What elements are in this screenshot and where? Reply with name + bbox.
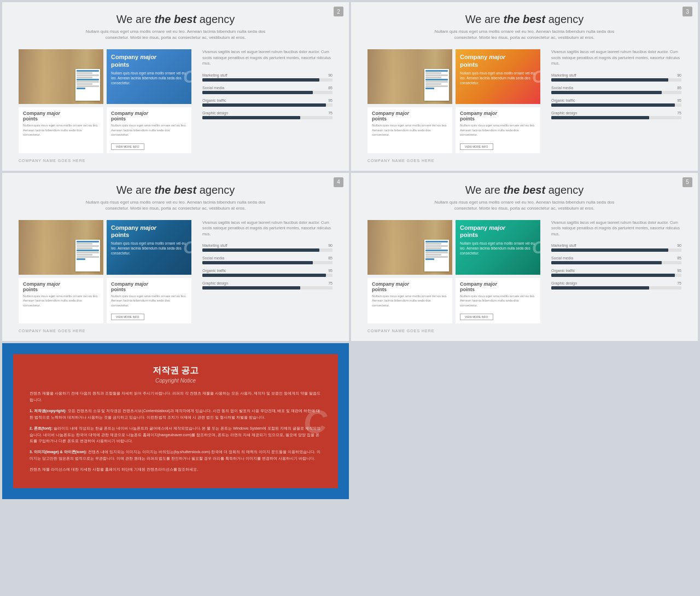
colored-card-body-1: Nullam quis risus eget uma mollis ornare… xyxy=(111,71,187,85)
doc-overlay-2 xyxy=(424,69,449,101)
bottom-card-4b: Company majorpoints Nullam quis risus eg… xyxy=(456,278,540,323)
bottom-card-text-1b: Nullam quis risus eget uma mollis ornare… xyxy=(111,123,187,137)
slide-header-1: We are the best agency Nullam quis risus… xyxy=(19,13,332,40)
bottom-card-text-2a: Nullam quis risus eget uma mollis ornare… xyxy=(372,123,448,137)
slide-subtitle-1: Nullam quis risus eget uma mollis ornare… xyxy=(83,28,269,40)
colored-card-3: Company majorpoints Nullam quis risus eg… xyxy=(107,220,191,275)
c-decoration-4: C xyxy=(532,237,540,257)
slide-header-4: We are the best agency Nullam quis risus… xyxy=(368,184,681,211)
colored-card-body-3: Nullam quis risus eget uma mollis ornare… xyxy=(111,241,187,256)
bottom-card-text-1a: Nullam quis risus eget uma mollis ornare… xyxy=(23,123,99,137)
view-more-btn-4b[interactable]: VIEW MORE INFO xyxy=(460,314,493,320)
bottom-card-3b: Company majorpoints Nullam quis risus eg… xyxy=(107,278,191,323)
stats-col-4: Vivamus sagittis lacus vel augue laoreet… xyxy=(547,220,681,294)
stat-row-3-3: Organic traffic95 xyxy=(202,269,332,277)
stat-row-2-2: Social media85 xyxy=(551,86,681,94)
slide-number-4: 5 xyxy=(682,177,692,187)
bottom-card-text-3a: Nullam quis risus eget uma mollis ornare… xyxy=(23,294,99,308)
slide-content-2: Company majorpoints Nullam quis risus eg… xyxy=(368,49,681,153)
bottom-card-2b: Company majorpoints Nullam quis risus eg… xyxy=(456,107,540,153)
bottom-card-3a: Company majorpoints Nullam quis risus eg… xyxy=(19,278,103,323)
company-footer-2: COMPANY NAME GOES HERE xyxy=(368,159,681,163)
c-decoration-1: C xyxy=(183,67,191,87)
colored-card-4: Company majorpoints Nullam quis risus eg… xyxy=(456,220,540,275)
stat-row-3-1: Marketing stuff90 xyxy=(202,244,332,252)
notice-c-decoration: C xyxy=(304,402,327,440)
c-decoration-3: C xyxy=(183,237,191,257)
bottom-card-text-4b: Nullam quis risus eget uma mollis ornare… xyxy=(460,294,536,308)
notice-title: 저작권 공고 xyxy=(30,365,322,377)
right-text-3: Vivamus sagittis lacus vel augue laoreet… xyxy=(202,220,332,238)
stat-row-2-3: Organic traffic95 xyxy=(551,99,681,107)
colored-card-title-4: Company majorpoints xyxy=(460,224,536,239)
company-footer-3: COMPANY NAME GOES HERE xyxy=(19,329,332,333)
company-footer-4: COMPANY NAME GOES HERE xyxy=(368,329,681,333)
slide-number-3: 4 xyxy=(334,177,343,187)
slide-header-2: We are the best agency Nullam quis risus… xyxy=(368,13,681,40)
notice-section: 저작권 공고 Copyright Notice 컨텐츠 재물을 사용하기 전에 … xyxy=(2,343,349,499)
right-text-1: Vivamus sagittis lacus vel augue laoreet… xyxy=(202,49,332,67)
stat-row-4-3: Organic traffic95 xyxy=(551,269,681,277)
slide-subtitle-4: Nullam quis risus eget uma mollis ornare… xyxy=(431,199,617,211)
slide-content-3: Company majorpoints Nullam quis risus eg… xyxy=(19,220,332,323)
stat-row-2-4: Graphic design75 xyxy=(551,111,681,119)
slide-number-2: 3 xyxy=(682,7,692,16)
empty-bottom-right xyxy=(351,343,698,499)
right-text-2: Vivamus sagittis lacus vel augue laoreet… xyxy=(551,49,681,67)
bottom-card-title-2a: Company majorpoints xyxy=(372,111,448,121)
slide-number-1: 2 xyxy=(334,7,343,16)
colored-card-title-3: Company majorpoints xyxy=(111,224,187,239)
bottom-card-title-2b: Company majorpoints xyxy=(460,111,536,121)
doc-overlay-3 xyxy=(75,240,100,271)
stat-row-4-2: Social media85 xyxy=(551,256,681,264)
c-decoration-2: C xyxy=(532,67,540,87)
slide-title-1: We are the best agency xyxy=(19,13,332,26)
slide-title-2: We are the best agency xyxy=(368,13,681,26)
bottom-card-1a: Company majorpoints Nullam quis risus eg… xyxy=(19,107,103,153)
slide-3: 4 We are the best agency Nullam quis ris… xyxy=(2,173,349,342)
right-text-4: Vivamus sagittis lacus vel augue laoreet… xyxy=(551,220,681,238)
stat-row-4-4: Graphic design75 xyxy=(551,281,681,290)
view-more-btn-3b[interactable]: VIEW MORE INFO xyxy=(111,314,144,320)
bottom-card-title-3b: Company majorpoints xyxy=(111,281,187,292)
view-more-btn-2b[interactable]: VIEW MORE INFO xyxy=(460,143,493,150)
view-more-btn-1b[interactable]: VIEW MORE INFO xyxy=(111,143,144,150)
slide-2: 3 We are the best agency Nullam quis ris… xyxy=(351,2,698,171)
image-card-3 xyxy=(19,220,103,275)
slide-subtitle-2: Nullam quis risus eget uma mollis ornare… xyxy=(431,28,617,40)
stat-row-1-3: Organic traffic95 xyxy=(202,99,332,107)
bottom-card-title-1a: Company majorpoints xyxy=(23,111,99,121)
doc-overlay-4 xyxy=(424,240,449,271)
bottom-card-4a: Company majorpoints Nullam quis risus eg… xyxy=(368,278,452,323)
stat-row-3-2: Social media85 xyxy=(202,256,332,264)
notice-inner: 저작권 공고 Copyright Notice 컨텐츠 재물을 사용하기 전에 … xyxy=(13,354,338,488)
stat-row-1-1: Marketing stuff90 xyxy=(202,73,332,82)
doc-overlay-1 xyxy=(75,69,100,101)
image-card-1 xyxy=(19,49,103,104)
image-card-2 xyxy=(368,49,452,104)
colored-card-title-1: Company majorpoints xyxy=(111,54,187,68)
stats-col-1: Vivamus sagittis lacus vel augue laoreet… xyxy=(198,49,332,124)
bottom-card-2a: Company majorpoints Nullam quis risus eg… xyxy=(368,107,452,153)
colored-card-body-2: Nullam quis risus eget uma mollis ornare… xyxy=(460,71,536,85)
bottom-card-text-4a: Nullam quis risus eget uma mollis ornare… xyxy=(372,294,448,308)
stat-row-3-4: Graphic design75 xyxy=(202,281,332,290)
image-card-4 xyxy=(368,220,452,275)
notice-subtitle: Copyright Notice xyxy=(30,378,322,384)
bottom-card-text-2b: Nullam quis risus eget uma mollis ornare… xyxy=(460,123,536,137)
company-footer-1: COMPANY NAME GOES HERE xyxy=(19,159,332,163)
slide-content-4: Company majorpoints Nullam quis risus eg… xyxy=(368,220,681,323)
bottom-card-1b: Company majorpoints Nullam quis risus eg… xyxy=(107,107,191,153)
stat-row-1-4: Graphic design75 xyxy=(202,111,332,119)
notice-body: 컨텐츠 재물을 사용하기 전에 다음의 원칙과 조항들을 자세히 읽어 주시기 … xyxy=(30,390,322,473)
slide-subtitle-3: Nullam quis risus eget uma mollis ornare… xyxy=(83,199,269,211)
stat-row-1-2: Social media85 xyxy=(202,86,332,94)
stats-col-3: Vivamus sagittis lacus vel augue laoreet… xyxy=(198,220,332,294)
stat-row-4-1: Marketing stuff90 xyxy=(551,244,681,252)
slide-content-1: Company majorpoints Nullam quis risus eg… xyxy=(19,49,332,153)
stat-row-2-1: Marketing stuff90 xyxy=(551,73,681,82)
bottom-card-text-3b: Nullam quis risus eget uma mollis ornare… xyxy=(111,294,187,308)
stats-col-2: Vivamus sagittis lacus vel augue laoreet… xyxy=(547,49,681,124)
slide-4: 5 We are the best agency Nullam quis ris… xyxy=(351,173,698,342)
bottom-card-title-4a: Company majorpoints xyxy=(372,281,448,292)
